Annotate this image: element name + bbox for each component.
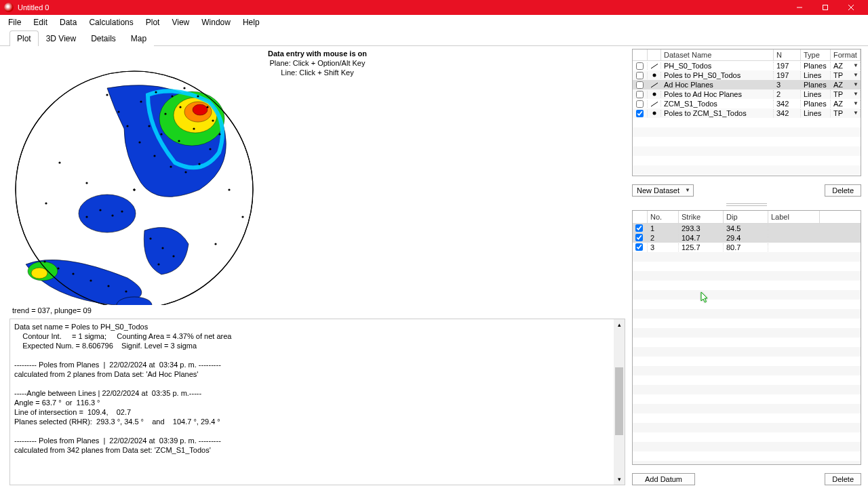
svg-point-19	[218, 133, 220, 135]
menu-help[interactable]: Help	[237, 16, 265, 28]
svg-point-50	[228, 188, 230, 190]
dataset-visibility-checkbox[interactable]	[636, 100, 644, 108]
dataset-name-cell: Poles to PH_S0_Todos	[661, 71, 774, 79]
dataset-type-cell: Planes	[801, 62, 831, 70]
dataset-type-cell: Lines	[801, 71, 831, 79]
svg-point-57	[652, 112, 656, 115]
scroll-up-icon[interactable]: ▴	[614, 319, 625, 330]
log-textarea[interactable]	[10, 319, 614, 485]
dataset-format-cell[interactable]: AZ▼	[831, 81, 861, 89]
menu-view[interactable]: View	[166, 16, 195, 28]
svg-point-20	[209, 148, 211, 150]
window-title: Untitled 0	[18, 3, 787, 12]
tab-map[interactable]: Map	[123, 30, 154, 46]
svg-point-46	[125, 290, 127, 292]
dataset-hdr-name[interactable]: Dataset Name	[661, 49, 774, 60]
scroll-thumb[interactable]	[615, 367, 623, 435]
menu-data[interactable]: Data	[54, 16, 82, 28]
svg-rect-0	[823, 5, 828, 10]
dataset-row[interactable]: Poles to Ad Hoc Planes2LinesTP▼	[633, 89, 861, 99]
tab-3d-view[interactable]: 3D View	[39, 30, 83, 46]
datapoint-no-cell: 2	[648, 234, 679, 242]
delete-datum-button[interactable]: Delete	[825, 473, 861, 485]
tab-details[interactable]: Details	[83, 30, 123, 46]
svg-point-16	[197, 95, 199, 97]
dataset-type-cell: Planes	[801, 100, 831, 108]
dataset-format-cell[interactable]: AZ▼	[831, 100, 861, 108]
dataset-row[interactable]: ZCM_S1_Todos342PlanesAZ▼	[633, 99, 861, 108]
scroll-down-icon[interactable]: ▾	[614, 474, 625, 485]
menu-edit[interactable]: Edit	[28, 16, 53, 28]
svg-point-33	[99, 209, 101, 211]
maximize-button[interactable]	[812, 0, 838, 15]
svg-point-41	[43, 260, 45, 262]
dataset-name-cell: PH_S0_Todos	[661, 62, 774, 70]
menubar: FileEditDataCalculationsPlotViewWindowHe…	[0, 15, 868, 30]
stereonet-plot[interactable]	[5, 47, 263, 305]
chevron-down-icon: ▼	[853, 62, 859, 68]
dataset-grid[interactable]: Dataset Name N Type Format PH_S0_Todos19…	[632, 49, 861, 176]
dataset-row[interactable]: Ad Hoc Planes3PlanesAZ▼	[633, 80, 861, 89]
stereonet-status: trend = 037, plunge= 09	[12, 306, 625, 314]
dp-hdr-no[interactable]: No.	[648, 211, 679, 224]
dataset-visibility-checkbox[interactable]	[636, 91, 644, 98]
minimize-button[interactable]	[787, 0, 812, 15]
dataset-format-cell[interactable]: TP▼	[831, 109, 861, 117]
svg-point-56	[652, 93, 656, 96]
dp-hdr-dip[interactable]: Dip	[724, 211, 768, 224]
log-scrollbar[interactable]: ▴ ▾	[614, 319, 625, 485]
dataset-hdr-format[interactable]: Format	[831, 49, 861, 60]
new-dataset-dropdown[interactable]: New Dataset ▼	[632, 184, 694, 197]
datapoint-checkbox[interactable]	[635, 234, 643, 241]
tab-plot[interactable]: Plot	[9, 30, 39, 46]
svg-point-51	[241, 216, 243, 218]
svg-point-24	[153, 155, 155, 157]
splitter-handle[interactable]	[726, 203, 767, 206]
dataset-name-cell: ZCM_S1_Todos	[661, 100, 774, 108]
dataset-hdr-n[interactable]: N	[774, 49, 801, 60]
dataset-visibility-checkbox[interactable]	[636, 81, 644, 89]
chevron-down-icon: ▼	[853, 110, 859, 116]
datapoint-row[interactable]: 3125.780.7	[633, 243, 861, 252]
close-button[interactable]	[838, 0, 864, 15]
dataset-format-cell[interactable]: TP▼	[831, 90, 861, 98]
svg-point-30	[193, 127, 195, 129]
dataset-row-empty	[633, 146, 861, 156]
menu-window[interactable]: Window	[196, 16, 236, 28]
dataset-row-empty	[633, 127, 861, 137]
dataset-row[interactable]: Poles to PH_S0_Todos197LinesTP▼	[633, 70, 861, 80]
dp-hdr-label[interactable]: Label	[768, 211, 820, 224]
dataset-visibility-checkbox[interactable]	[636, 72, 644, 79]
dataset-visibility-checkbox[interactable]	[636, 62, 644, 70]
datapoint-no-cell: 1	[648, 224, 679, 232]
datapoint-checkbox[interactable]	[635, 224, 643, 232]
chevron-down-icon: ▼	[853, 100, 859, 106]
tab-row: Plot3D ViewDetailsMap	[0, 30, 868, 46]
svg-point-35	[121, 210, 123, 212]
datapoint-dip-cell: 29.4	[724, 234, 768, 242]
dataset-format-cell[interactable]: AZ▼	[831, 62, 861, 70]
svg-point-23	[170, 165, 172, 167]
datapoint-grid[interactable]: No. Strike Dip Label 1293.334.52104.729.…	[632, 210, 861, 465]
menu-plot[interactable]: Plot	[140, 16, 165, 28]
datapoint-row[interactable]: 2104.729.4	[633, 233, 861, 243]
dataset-name-cell: Poles to Ad Hoc Planes	[661, 90, 774, 98]
svg-point-8	[31, 268, 47, 279]
datapoint-checkbox[interactable]	[635, 243, 643, 251]
datapoint-row[interactable]: 1293.334.5	[633, 224, 861, 233]
chevron-down-icon: ▼	[853, 91, 859, 97]
dataset-row[interactable]: PH_S0_Todos197PlanesAZ▼	[633, 61, 861, 70]
dataset-format-cell[interactable]: TP▼	[831, 71, 861, 79]
dp-hdr-strike[interactable]: Strike	[679, 211, 724, 224]
menu-file[interactable]: File	[3, 16, 26, 28]
menu-calculations[interactable]: Calculations	[83, 16, 138, 28]
dataset-n-cell: 197	[774, 71, 801, 79]
dataset-visibility-checkbox[interactable]	[636, 110, 644, 117]
delete-dataset-button[interactable]: Delete	[825, 184, 861, 197]
add-datum-button[interactable]: Add Datum	[632, 473, 695, 485]
dataset-row[interactable]: Poles to ZCM_S1_Todos342LinesTP▼	[633, 108, 861, 118]
dataset-row-empty	[633, 118, 861, 127]
chevron-down-icon: ▼	[853, 72, 859, 78]
svg-point-45	[107, 285, 109, 287]
dataset-hdr-type[interactable]: Type	[801, 49, 831, 60]
